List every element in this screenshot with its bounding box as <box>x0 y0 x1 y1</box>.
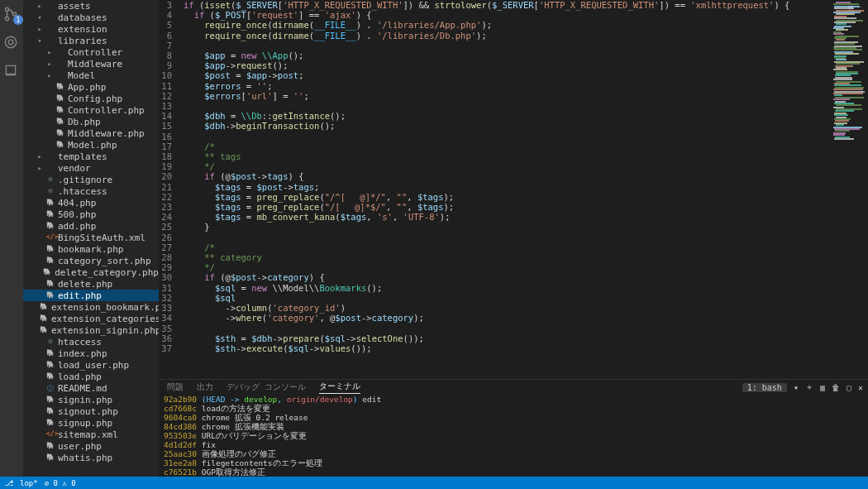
panel-tab[interactable]: デバッグ コンソール <box>227 382 306 393</box>
line-number: 14 <box>159 111 184 121</box>
scm-icon[interactable]: 1 <box>3 7 20 23</box>
panel-tab[interactable]: ターミナル <box>319 381 360 394</box>
panel-tab[interactable]: 問題 <box>167 382 184 393</box>
file-item[interactable]: 🐘Controller.php <box>23 104 159 116</box>
tree-label: Controller.php <box>68 105 145 116</box>
file-item[interactable]: 🐘Middleware.php <box>23 127 159 139</box>
code-line: 21 $tags = $post->tags; <box>159 182 830 192</box>
file-item[interactable]: 🐘index.php <box>23 348 159 359</box>
file-item[interactable]: 🐘Db.php <box>23 116 159 127</box>
php-icon: 🐘 <box>40 326 48 334</box>
folder-item[interactable]: ▾databases <box>23 12 159 23</box>
tree-label: signout.php <box>58 406 118 417</box>
tree-label: Db.php <box>68 117 101 127</box>
tree-label: index.php <box>58 348 107 359</box>
status-branch[interactable]: lop* <box>20 479 38 487</box>
code-line: 10 $post = $app->post; <box>159 70 830 80</box>
file-item[interactable]: </>sitemap.xml <box>23 429 159 440</box>
code-line: 30 if (@$post->category) { <box>159 272 830 282</box>
folder-item[interactable]: ▸extension <box>23 23 159 35</box>
tree-label: htaccess <box>58 337 102 348</box>
minimap[interactable] <box>832 2 865 151</box>
file-item[interactable]: ⓘREADME.md <box>23 382 159 394</box>
file-item[interactable]: 🐘delete_category.php <box>23 266 159 278</box>
file-item[interactable]: 🐘user.php <box>23 440 159 452</box>
maximize-panel-icon[interactable]: ▢ <box>847 383 851 392</box>
tree-arrow-icon: ▸ <box>36 2 43 10</box>
terminal-dropdown-icon[interactable]: ▾ <box>794 383 799 392</box>
line-number: 8 <box>159 50 184 60</box>
code-line: 22 $tags = preg_replace("/^[ @]*/", "", … <box>159 192 830 202</box>
file-item[interactable]: 🐘Config.php <box>23 93 159 104</box>
split-terminal-icon[interactable]: ▥ <box>820 383 825 392</box>
file-item[interactable]: ⚙.htaccess <box>23 185 159 197</box>
code-line: 19 */ <box>159 161 830 171</box>
tree-label: Middleware.php <box>68 128 145 139</box>
file-item[interactable]: 🐘delete.php <box>23 278 159 290</box>
file-item[interactable]: 🐘signout.php <box>23 405 159 417</box>
debug-icon[interactable] <box>3 63 20 79</box>
file-item[interactable]: 🐘500.php <box>23 209 159 220</box>
tree-label: assets <box>58 1 91 12</box>
folder-item[interactable]: ▸Model <box>23 70 159 81</box>
file-item[interactable]: 🐘edit.php <box>23 290 159 301</box>
file-item[interactable]: 🐘add.php <box>23 220 159 232</box>
file-item[interactable]: 🐘whatis.php <box>23 452 159 463</box>
file-item[interactable]: ⚙.gitignore <box>23 174 159 185</box>
tree-label: extension_categories.php <box>51 314 159 324</box>
code-view[interactable]: 3if (isset($_SERVER['HTTP_X_REQUESTED_WI… <box>159 0 830 379</box>
file-item[interactable]: 🐘signup.php <box>23 417 159 429</box>
tree-label: add.php <box>58 221 96 232</box>
code-line: 5 require_once(dirname(__FILE__) . '/lib… <box>159 20 830 30</box>
file-item[interactable]: 🐘App.php <box>23 81 159 93</box>
line-number: 25 <box>159 222 184 232</box>
folder-item[interactable]: ▸Middleware <box>23 58 159 70</box>
line-number: 20 <box>159 171 184 181</box>
git-log-line: 9604ca0 chrome 拡張 0.2 release <box>164 413 863 422</box>
file-item[interactable]: </>BingSiteAuth.xml <box>23 232 159 243</box>
file-item[interactable]: 🐘category_sort.php <box>23 255 159 266</box>
folder-item[interactable]: ▾libraries <box>23 35 159 46</box>
folder-item[interactable]: ▸assets <box>23 0 159 12</box>
file-item[interactable]: 🐘extension_signin.php <box>23 324 159 336</box>
php-icon: 🐘 <box>46 280 55 288</box>
tree-label: whatis.php <box>58 453 112 463</box>
new-terminal-icon[interactable]: ＋ <box>805 381 813 393</box>
file-item[interactable]: 🐘bookmark.php <box>23 243 159 255</box>
folder-item[interactable]: ▸Controller <box>23 46 159 58</box>
folder-item[interactable]: ▸vendor <box>23 162 159 174</box>
svg-point-0 <box>5 7 8 11</box>
tree-label: extension <box>58 24 107 35</box>
status-problems[interactable]: ⊘ 0 ⚠ 0 <box>45 479 76 487</box>
status-branch-icon[interactable]: ⎇ <box>5 479 13 487</box>
file-item[interactable]: ⚙htaccess <box>23 336 159 348</box>
close-panel-icon[interactable]: ✕ <box>858 383 863 392</box>
file-item[interactable]: 🐘extension_bookmark.php <box>23 301 159 313</box>
terminal-output[interactable]: 92a2b90 (HEAD -> develop, origin/develop… <box>164 395 863 477</box>
code-line: 33 ->column('category_id') <box>159 303 830 313</box>
file-item[interactable]: 🐘extension_categories.php <box>23 313 159 324</box>
file-item[interactable]: 🐘load.php <box>23 371 159 382</box>
code-line: 18 ** tags <box>159 151 830 161</box>
file-item[interactable]: 🐘Model.php <box>23 139 159 151</box>
file-item[interactable]: 🐘404.php <box>23 197 159 209</box>
tree-label: Model.php <box>68 140 117 151</box>
tree-label: delete.php <box>58 279 112 290</box>
extensions-icon[interactable] <box>3 35 20 51</box>
tree-label: BingSiteAuth.xml <box>58 233 145 243</box>
tree-label: Model <box>68 70 95 81</box>
php-icon: 🐘 <box>46 361 55 369</box>
folder-icon <box>46 2 55 10</box>
dot-icon: ⚙ <box>46 338 55 346</box>
php-icon: 🐘 <box>56 94 64 103</box>
status-bar: ⎇ lop* ⊘ 0 ⚠ 0 <box>0 477 868 489</box>
terminal-selector[interactable]: 1: bash <box>742 383 787 392</box>
file-item[interactable]: 🐘load_user.php <box>23 359 159 371</box>
file-item[interactable]: 🐘signin.php <box>23 394 159 405</box>
trash-terminal-icon[interactable]: 🗑 <box>832 383 840 392</box>
line-number: 6 <box>159 31 184 41</box>
code-line: 26 <box>159 233 830 242</box>
line-number: 10 <box>159 70 184 80</box>
panel-tab[interactable]: 出力 <box>197 382 213 393</box>
folder-item[interactable]: ▸templates <box>23 151 159 162</box>
